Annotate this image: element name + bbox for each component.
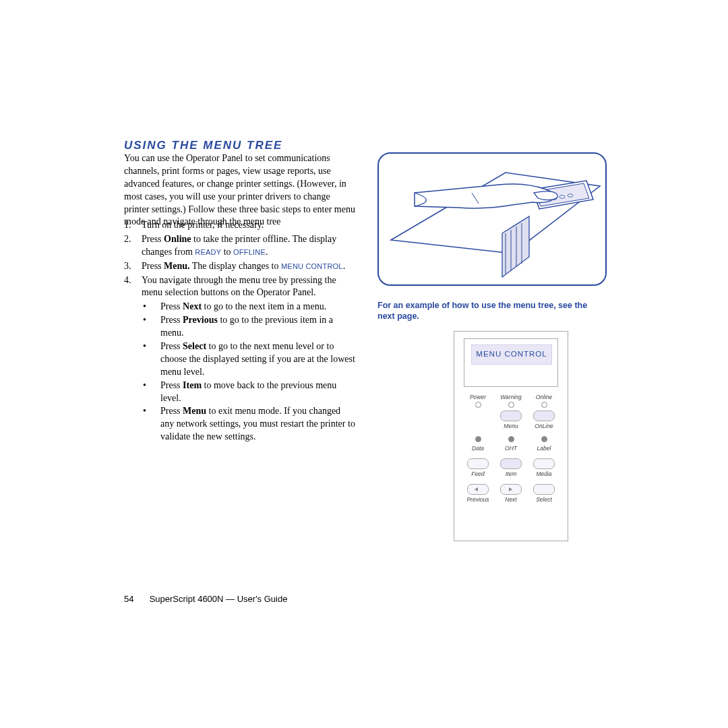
button-label: Select [530, 496, 558, 503]
bullet-text: Press Select to go to the next menu leve… [160, 340, 356, 379]
bullet-marker: • [142, 340, 160, 379]
feed-button[interactable] [467, 458, 489, 469]
next-button-cell: Next [497, 484, 525, 503]
heading-text: USING THE MENU TREE [124, 139, 282, 152]
intro-paragraph: You can use the Operator Panel to set co… [124, 152, 356, 229]
bullet-next: •Press Next to go to the next item in a … [142, 301, 356, 313]
bullet-text: Press Next to go to the next item in a m… [160, 301, 326, 313]
led-icon [475, 402, 481, 408]
led-label: Power [464, 394, 492, 400]
bullet-marker: • [142, 380, 160, 405]
page-footer: 54 SuperScript 4600N — User's Guide [124, 593, 287, 605]
step-text: Press Menu. The display changes to MENU … [142, 260, 345, 273]
svg-point-11 [559, 195, 565, 198]
select-button[interactable] [533, 484, 555, 495]
item-button-cell: Item [497, 458, 525, 477]
bullet-text: Press Item to move back to the previous … [160, 380, 356, 405]
bullet-marker: • [142, 405, 160, 444]
intro-text: You can use the Operator Panel to set co… [124, 153, 355, 226]
footer-title: SuperScript 4600N — User's Guide [150, 594, 288, 604]
operator-panel: MENU CONTROL Power Warning Online Menu [454, 331, 568, 541]
bullet-menu: •Press Menu to exit menu mode. If you ch… [142, 405, 356, 444]
button-label: OnLine [530, 423, 558, 429]
step-number: 2. [124, 233, 142, 259]
lcd-display: MENU CONTROL [471, 344, 552, 365]
led-label: Data [464, 445, 492, 452]
button-label: Item [497, 471, 525, 477]
bullet-select: •Press Select to go to the next menu lev… [142, 340, 356, 379]
select-button-cell: Select [530, 484, 558, 503]
triangle-right-icon [509, 487, 512, 491]
led-label: Warning [497, 394, 525, 400]
lcd-frame: MENU CONTROL [464, 338, 558, 387]
step-number: 3. [124, 260, 142, 273]
svg-point-12 [568, 194, 573, 197]
previous-button-cell: Previous [464, 484, 492, 503]
led-oht: OHT [497, 436, 525, 452]
led-icon [475, 436, 481, 442]
previous-button[interactable] [467, 484, 489, 495]
led-label: OHT [497, 445, 525, 452]
step-number: 1. [124, 219, 142, 232]
figure-note: For an example of how to use the menu tr… [377, 301, 607, 322]
led-online: Online [530, 394, 558, 411]
button-row-3: Previous Next Select [464, 484, 558, 503]
online-button[interactable] [533, 411, 555, 421]
next-button[interactable] [500, 484, 522, 495]
button-label: Media [530, 471, 558, 477]
button-label: Feed [464, 471, 492, 477]
step-text: You navigate through the menu tree by pr… [142, 274, 356, 300]
led-icon [508, 436, 514, 442]
lcd-text: MENU CONTROL [476, 349, 547, 360]
triangle-left-icon [475, 487, 478, 491]
bullet-text: Press Menu to exit menu mode. If you cha… [160, 405, 356, 444]
step-4: 4.You navigate through the menu tree by … [124, 274, 356, 300]
step-text: Turn on the printer, if necessary. [142, 219, 264, 232]
printer-illustration [377, 152, 607, 286]
button-label: Next [497, 496, 525, 503]
feed-button-cell: Feed [464, 458, 492, 477]
led-label-led: Label [530, 436, 558, 452]
led-icon [508, 402, 514, 408]
online-button-cell: OnLine [530, 411, 558, 429]
button-row-1: Menu OnLine [464, 411, 558, 429]
led-label: Label [530, 445, 558, 452]
led-warning: Warning [497, 394, 525, 411]
sub-bullets: •Press Next to go to the next item in a … [142, 301, 356, 444]
bullet-marker: • [142, 314, 160, 340]
led-data: Data [464, 436, 492, 452]
bullet-previous: •Press Previous to go to the previous it… [142, 314, 356, 340]
led-label: Online [530, 394, 558, 400]
media-button[interactable] [533, 458, 555, 469]
led-row-2: Data OHT Label [464, 436, 558, 452]
menu-button[interactable] [500, 411, 522, 421]
page-number: 54 [124, 593, 147, 605]
item-button[interactable] [500, 458, 522, 469]
button-label: Menu [497, 423, 525, 429]
bullet-item: •Press Item to move back to the previous… [142, 380, 356, 405]
figure-note-text: For an example of how to use the menu tr… [377, 301, 587, 321]
led-icon [541, 402, 547, 408]
section-heading: USING THE MENU TREE [124, 138, 282, 154]
led-row-1: Power Warning Online [464, 394, 558, 411]
numbered-steps: 1.Turn on the printer, if necessary. 2.P… [124, 219, 356, 444]
led-power: Power [464, 394, 492, 411]
led-icon [541, 436, 547, 442]
step-2: 2.Press Online to take the printer offli… [124, 233, 356, 259]
step-text: Press Online to take the printer offline… [142, 233, 356, 259]
bullet-marker: • [142, 301, 160, 313]
blank-cell [464, 411, 492, 429]
bullet-text: Press Previous to go to the previous ite… [160, 314, 356, 340]
button-label: Previous [464, 496, 492, 503]
step-3: 3.Press Menu. The display changes to MEN… [124, 260, 356, 273]
menu-button-cell: Menu [497, 411, 525, 429]
button-row-2: Feed Item Media [464, 458, 558, 477]
step-1: 1.Turn on the printer, if necessary. [124, 219, 356, 232]
media-button-cell: Media [530, 458, 558, 477]
step-number: 4. [124, 274, 142, 300]
